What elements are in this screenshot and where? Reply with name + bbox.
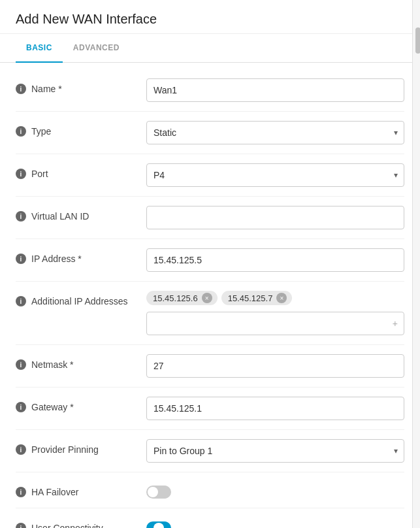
- control-user-connectivity: [146, 518, 404, 528]
- provider-pinning-select-wrap: None Pin to Group 1 Pin to Group 2 ▾: [146, 439, 404, 463]
- label-additional-ip: i Additional IP Addresses: [16, 291, 146, 306]
- control-port: P1 P2 P3 P4 P5 ▾: [146, 163, 404, 187]
- label-netmask: i Netmask *: [16, 354, 146, 370]
- scrollbar-thumb[interactable]: [415, 27, 421, 54]
- form-row-type: i Type Static DHCP PPPoE ▾: [16, 112, 404, 154]
- vlan-input[interactable]: [146, 206, 404, 229]
- port-select[interactable]: P1 P2 P3 P4 P5: [146, 163, 404, 187]
- form-row-ip: i IP Address *: [16, 239, 404, 282]
- info-icon-gateway: i: [16, 402, 26, 412]
- form-row-vlan: i Virtual LAN ID: [16, 197, 404, 239]
- ip-add-box: +: [146, 312, 404, 335]
- label-ha-failover: i HA Failover: [16, 482, 146, 497]
- control-ha-failover: [146, 482, 404, 499]
- label-user-connectivity: i User Connectivity: [16, 518, 146, 528]
- control-netmask: [146, 354, 404, 378]
- form-row-ha-failover: i HA Failover: [16, 472, 404, 508]
- control-type: Static DHCP PPPoE ▾: [146, 121, 404, 144]
- port-select-wrap: P1 P2 P3 P4 P5 ▾: [146, 163, 404, 187]
- control-ip: [146, 248, 404, 272]
- ha-failover-toggle[interactable]: [146, 486, 171, 499]
- form-row-additional-ip: i Additional IP Addresses 15.45.125.6 × …: [16, 282, 404, 345]
- label-vlan: i Virtual LAN ID: [16, 206, 146, 222]
- user-connectivity-toggle[interactable]: [146, 521, 171, 528]
- ip-tag-0: 15.45.125.6 ×: [146, 291, 218, 305]
- info-icon-user-connectivity: i: [16, 523, 26, 528]
- label-type: i Type: [16, 121, 146, 137]
- ip-tag-0-value: 15.45.125.6: [153, 293, 198, 303]
- gateway-input[interactable]: [146, 397, 404, 420]
- control-name: [146, 78, 404, 102]
- tab-advanced[interactable]: ADVANCED: [63, 34, 130, 63]
- ip-tags-container: 15.45.125.6 × 15.45.125.7 ×: [146, 291, 404, 305]
- ip-tag-1-value: 15.45.125.7: [228, 293, 273, 303]
- info-icon-name: i: [16, 84, 26, 94]
- type-select[interactable]: Static DHCP PPPoE: [146, 121, 404, 144]
- ip-tag-1: 15.45.125.7 ×: [221, 291, 293, 305]
- control-additional-ip: 15.45.125.6 × 15.45.125.7 × +: [146, 291, 404, 335]
- info-icon-additional-ip: i: [16, 296, 26, 306]
- control-provider-pinning: None Pin to Group 1 Pin to Group 2 ▾: [146, 439, 404, 463]
- form-row-provider-pinning: i Provider Pinning None Pin to Group 1 P…: [16, 430, 404, 472]
- provider-pinning-select[interactable]: None Pin to Group 1 Pin to Group 2: [146, 439, 404, 463]
- info-icon-vlan: i: [16, 211, 26, 222]
- label-provider-pinning: i Provider Pinning: [16, 439, 146, 455]
- label-port: i Port: [16, 163, 146, 179]
- tabs-bar: BASIC ADVANCED: [0, 34, 420, 63]
- page-header: Add New WAN Interface: [0, 0, 420, 34]
- page-container: Add New WAN Interface BASIC ADVANCED i N…: [0, 0, 420, 528]
- netmask-input[interactable]: [146, 354, 404, 378]
- label-gateway: i Gateway *: [16, 397, 146, 412]
- label-ip: i IP Address *: [16, 248, 146, 264]
- form-body: i Name * i Type Static DHCP PPPoE: [0, 63, 420, 528]
- ip-input[interactable]: [146, 248, 404, 272]
- ip-tag-0-remove[interactable]: ×: [202, 293, 212, 303]
- scrollbar[interactable]: [412, 0, 420, 528]
- form-row-gateway: i Gateway *: [16, 388, 404, 430]
- form-row-user-connectivity: i User Connectivity: [16, 508, 404, 528]
- control-vlan: [146, 206, 404, 229]
- type-select-wrap: Static DHCP PPPoE ▾: [146, 121, 404, 144]
- page-title: Add New WAN Interface: [16, 12, 404, 27]
- user-connectivity-slider: [146, 521, 171, 528]
- info-icon-ip: i: [16, 254, 26, 264]
- info-icon-type: i: [16, 126, 26, 137]
- label-name: i Name *: [16, 78, 146, 94]
- name-input[interactable]: [146, 78, 404, 102]
- form-row-netmask: i Netmask *: [16, 345, 404, 388]
- control-gateway: [146, 397, 404, 420]
- info-icon-port: i: [16, 169, 26, 179]
- info-icon-netmask: i: [16, 359, 26, 370]
- info-icon-ha-failover: i: [16, 487, 26, 497]
- info-icon-provider-pinning: i: [16, 444, 26, 455]
- ip-tag-1-remove[interactable]: ×: [276, 293, 287, 303]
- form-row-port: i Port P1 P2 P3 P4 P5 ▾: [16, 154, 404, 197]
- form-row-name: i Name *: [16, 69, 404, 112]
- additional-ip-input[interactable]: [146, 312, 404, 335]
- ha-failover-slider: [146, 486, 171, 499]
- tab-basic[interactable]: BASIC: [16, 34, 63, 63]
